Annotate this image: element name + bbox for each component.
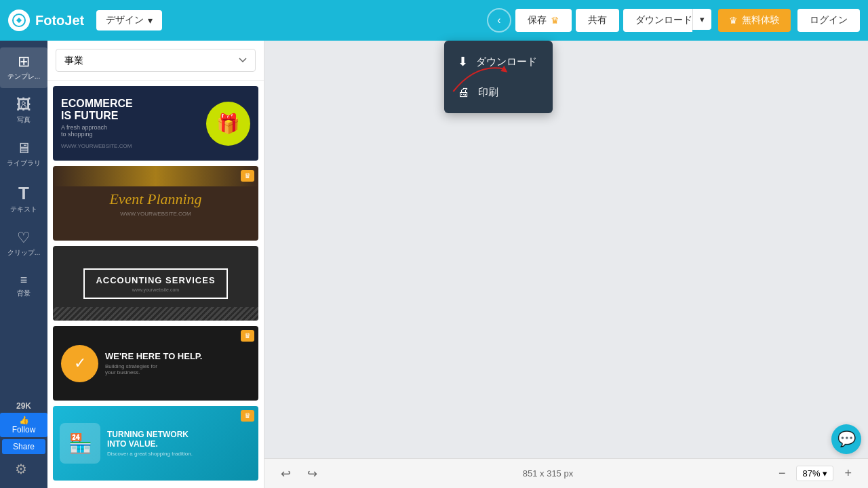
fb-follow-button[interactable]: 👍 Follow bbox=[0, 413, 47, 437]
template-card-2[interactable]: Event Planning WWW.YOURWEBSITE.COM ♛ bbox=[53, 166, 258, 241]
sidebar-item-background[interactable]: ≡ 背景 bbox=[0, 267, 47, 305]
logo-icon bbox=[8, 9, 30, 31]
template-3-url: www.yourwebsite.com bbox=[96, 287, 215, 292]
design-label: デザイン bbox=[106, 14, 144, 26]
sidebar-item-templates[interactable]: ⊞ テンプレ... bbox=[0, 47, 47, 88]
redo-button[interactable]: ↪ bbox=[302, 464, 323, 484]
toolbar-left: ↩ ↪ bbox=[275, 464, 323, 484]
template-3-title: ACCOUNTING SERVICES bbox=[96, 275, 215, 285]
template-5-text: TURNING NETWORKINTO VALUE. Discover a gr… bbox=[107, 430, 193, 458]
template-5-subtitle: Discover a great shopping tradition. bbox=[107, 451, 193, 457]
header: FotoJet デザイン ▾ ‹ 保存 ♛ 共有 ダウンロード ▾ ♛ 無料体 bbox=[0, 0, 868, 41]
undo-icon: ↩ bbox=[281, 467, 291, 481]
share-label: 共有 bbox=[588, 14, 607, 26]
login-label: ログイン bbox=[810, 14, 848, 25]
download-arrow-button[interactable]: ▾ bbox=[692, 9, 711, 30]
library-icon: 🖥 bbox=[16, 141, 31, 156]
fb-count: 29K bbox=[16, 401, 31, 411]
fb-follow-label: 👍 Follow bbox=[7, 415, 41, 434]
template-card-5[interactable]: 🏪 TURNING NETWORKINTO VALUE. Discover a … bbox=[53, 406, 258, 481]
sidebar: ⊞ テンプレ... 🖼 写真 🖥 ライブラリ T テキスト ♡ クリップ... … bbox=[0, 41, 47, 488]
upgrade-button[interactable]: ♛ 無料体験 bbox=[718, 9, 791, 32]
settings-button[interactable]: ⚙ bbox=[15, 461, 27, 477]
minus-icon: − bbox=[778, 466, 786, 480]
share-button[interactable]: 共有 bbox=[576, 9, 619, 32]
photos-icon: 🖼 bbox=[16, 98, 31, 113]
template-search: 事業 イベント セール その他 bbox=[47, 41, 264, 81]
canvas-dimensions: 851 x 315 px bbox=[523, 468, 573, 479]
dropdown-download-item[interactable]: ⬇ ダウンロード bbox=[444, 46, 553, 77]
crown-icon: ♛ bbox=[729, 15, 738, 26]
nav-center: ‹ 保存 ♛ 共有 ダウンロード ▾ bbox=[487, 8, 711, 33]
save-label: 保存 bbox=[528, 14, 547, 26]
chevron-down-icon: ▾ bbox=[148, 15, 153, 26]
zoom-out-button[interactable]: − bbox=[773, 465, 791, 482]
template-5-premium-badge: ♛ bbox=[241, 410, 254, 422]
template-3-stripe bbox=[53, 307, 258, 321]
download-icon: ⬇ bbox=[458, 54, 468, 69]
template-card-1[interactable]: ECOMMERCEIS FUTURE A fresh approachto sh… bbox=[53, 86, 258, 161]
back-button[interactable]: ‹ bbox=[487, 8, 511, 33]
template-2-url: WWW.YOURWEBSITE.COM bbox=[109, 211, 201, 217]
download-button[interactable]: ダウンロード bbox=[623, 9, 692, 32]
template-4-subtitle: Building strategies foryour business. bbox=[105, 363, 202, 375]
template-4-premium-badge: ♛ bbox=[241, 330, 254, 342]
fb-share-label: Share bbox=[13, 442, 35, 451]
zoom-display[interactable]: 87% ▾ bbox=[796, 466, 833, 481]
dropdown-print-item[interactable]: 🖨 印刷 bbox=[444, 77, 553, 108]
template-2-ribbon bbox=[53, 166, 258, 186]
dropdown-print-label: 印刷 bbox=[478, 86, 498, 99]
undo-button[interactable]: ↩ bbox=[275, 464, 296, 484]
plus-icon: + bbox=[844, 466, 852, 480]
main-layout: ⊞ テンプレ... 🖼 写真 🖥 ライブラリ T テキスト ♡ クリップ... … bbox=[0, 41, 868, 488]
sidebar-label-background: 背景 bbox=[17, 289, 31, 298]
sidebar-label-clipart: クリップ... bbox=[7, 248, 40, 258]
templates-icon: ⊞ bbox=[18, 54, 30, 69]
sidebar-item-clipart[interactable]: ♡ クリップ... bbox=[0, 224, 47, 264]
chat-button[interactable]: 💬 bbox=[831, 424, 861, 454]
category-select[interactable]: 事業 イベント セール その他 bbox=[56, 49, 256, 72]
clipart-icon: ♡ bbox=[17, 230, 31, 245]
template-1-url: WWW.YOURWEBSITE.COM bbox=[61, 143, 133, 149]
zoom-in-button[interactable]: + bbox=[839, 465, 857, 482]
header-right: ♛ 無料体験 ログイン bbox=[718, 9, 860, 32]
template-4-text: WE'RE HERE TO HELP. Building strategies … bbox=[105, 351, 202, 375]
template-1-subtitle: A fresh approachto shopping bbox=[61, 124, 133, 138]
sidebar-item-photos[interactable]: 🖼 写真 bbox=[0, 91, 47, 131]
download-label: ダウンロード bbox=[635, 14, 692, 26]
template-5-title: TURNING NETWORKINTO VALUE. bbox=[107, 430, 193, 449]
template-panel: 事業 イベント セール その他 ECOMMERCEIS FUTURE A fre… bbox=[47, 41, 264, 488]
download-group: ダウンロード ▾ bbox=[623, 9, 711, 32]
save-button[interactable]: 保存 ♛ bbox=[515, 9, 572, 32]
template-3-box: ACCOUNTING SERVICES www.yourwebsite.com bbox=[83, 268, 227, 299]
print-icon: 🖨 bbox=[458, 85, 470, 100]
zoom-chevron-icon: ▾ bbox=[823, 468, 827, 479]
app-name: FotoJet bbox=[35, 13, 84, 28]
template-4-circle: ✓ bbox=[61, 345, 98, 382]
canvas-area: Naifix https://naifix.com/ ↩ ↪ 851 x 315… bbox=[264, 41, 868, 488]
template-card-4[interactable]: ✓ WE'RE HERE TO HELP. Building strategie… bbox=[53, 326, 258, 401]
template-grid: ECOMMERCEIS FUTURE A fresh approachto sh… bbox=[47, 81, 264, 488]
upgrade-label: 無料体験 bbox=[742, 14, 780, 26]
sidebar-label-library: ライブラリ bbox=[7, 159, 41, 168]
canvas-toolbar: ↩ ↪ 851 x 315 px − 87% ▾ + bbox=[264, 458, 868, 488]
template-1-text: ECOMMERCEIS FUTURE A fresh approachto sh… bbox=[61, 98, 133, 149]
crown-icon: ♛ bbox=[551, 15, 559, 26]
sidebar-item-library[interactable]: 🖥 ライブラリ bbox=[0, 134, 47, 175]
template-1-title: ECOMMERCEIS FUTURE bbox=[61, 98, 133, 121]
toolbar-right: − 87% ▾ + bbox=[773, 465, 857, 482]
template-card-3[interactable]: ACCOUNTING SERVICES www.yourwebsite.com bbox=[53, 246, 258, 321]
left-arrow-icon: ‹ bbox=[497, 14, 500, 26]
zoom-value: 87% bbox=[802, 468, 820, 479]
redo-icon: ↪ bbox=[307, 467, 317, 481]
template-4-title: WE'RE HERE TO HELP. bbox=[105, 351, 202, 361]
chat-icon: 💬 bbox=[837, 430, 856, 448]
chevron-down-icon: ▾ bbox=[700, 14, 705, 24]
template-5-shop-icon: 🏪 bbox=[60, 423, 100, 464]
sidebar-item-text[interactable]: T テキスト bbox=[0, 178, 47, 221]
sidebar-label-templates: テンプレ... bbox=[7, 72, 40, 81]
login-button[interactable]: ログイン bbox=[797, 9, 860, 32]
fb-share-button[interactable]: Share bbox=[2, 439, 45, 454]
download-dropdown: ⬇ ダウンロード 🖨 印刷 bbox=[444, 41, 553, 113]
design-button[interactable]: デザイン ▾ bbox=[96, 10, 162, 30]
